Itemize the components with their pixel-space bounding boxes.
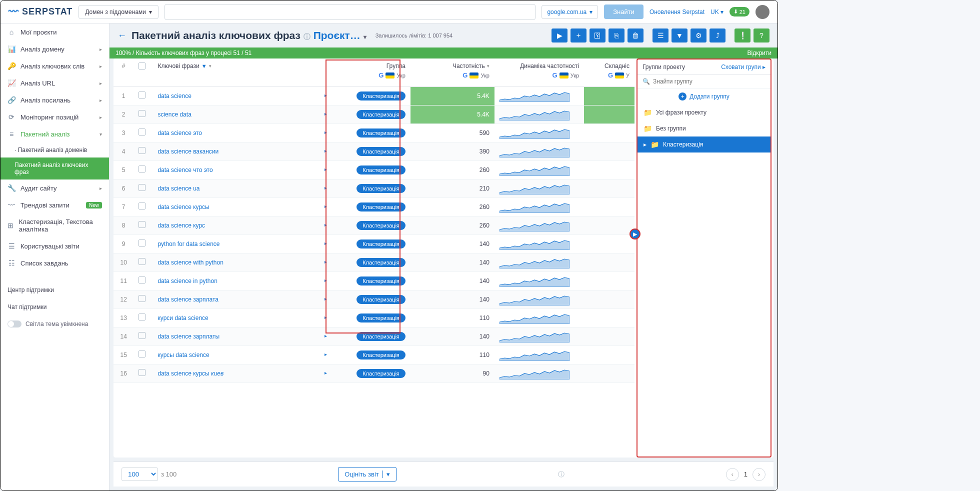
- filter-button[interactable]: ▼: [672, 28, 688, 42]
- sidebar-item[interactable]: ⌂Мої проєкти: [0, 24, 109, 40]
- expand-icon[interactable]: ▸: [324, 92, 327, 98]
- support-center-link[interactable]: Центр підтримки: [0, 282, 109, 298]
- row-checkbox[interactable]: [138, 166, 146, 172]
- group-pill[interactable]: Кластеризація: [356, 92, 406, 100]
- search-engine-select[interactable]: google.com.ua ▾: [542, 5, 598, 19]
- col-difficulty[interactable]: Складніс G У: [584, 58, 634, 86]
- filter-icon[interactable]: ▼: [202, 63, 207, 69]
- keyword-cell[interactable]: science data▸: [152, 105, 332, 124]
- row-checkbox[interactable]: [138, 92, 146, 98]
- expand-icon[interactable]: ▸: [324, 222, 327, 228]
- row-checkbox[interactable]: [138, 184, 146, 191]
- expand-icon[interactable]: ▸: [324, 314, 327, 320]
- keyword-cell[interactable]: data science курсы киев▸: [152, 364, 332, 382]
- add-group-button[interactable]: + Додати группу: [638, 88, 770, 104]
- group-item[interactable]: 📁Усі фрази проекту: [638, 104, 770, 120]
- prev-page-button[interactable]: ‹: [726, 468, 739, 481]
- expand-icon[interactable]: ▸: [324, 185, 327, 190]
- group-search[interactable]: 🔍: [638, 75, 770, 88]
- row-checkbox[interactable]: [138, 110, 146, 117]
- row-checkbox[interactable]: [138, 276, 146, 284]
- group-pill[interactable]: Кластеризація: [356, 369, 406, 378]
- sidebar-item[interactable]: 🔑Аналіз ключових слів▸: [0, 58, 109, 74]
- group-pill[interactable]: Кластеризація: [356, 332, 406, 341]
- col-frequency[interactable]: Частотність ▾ G Укр: [410, 58, 494, 86]
- search-type-select[interactable]: Домен з піддоменами ▾: [78, 5, 158, 19]
- support-chat-link[interactable]: Чат підтримки: [0, 298, 109, 316]
- group-search-input[interactable]: [653, 78, 766, 85]
- group-pill[interactable]: Кластеризація: [356, 240, 406, 248]
- sidebar-item[interactable]: 〰Трендові запитиNew: [0, 196, 109, 214]
- group-pill[interactable]: Кластеризація: [356, 128, 406, 138]
- select-all-checkbox[interactable]: [138, 62, 146, 70]
- group-pill[interactable]: Кластеризація: [356, 110, 406, 119]
- expand-icon[interactable]: ▸: [324, 130, 327, 135]
- export-button[interactable]: ⤴: [710, 28, 726, 42]
- row-checkbox[interactable]: [138, 295, 146, 302]
- keyword-cell[interactable]: data science вакансии▸: [152, 142, 332, 160]
- expand-icon[interactable]: ▸: [324, 240, 327, 246]
- expand-icon[interactable]: ▸: [324, 204, 327, 209]
- keyword-cell[interactable]: data science with python▸: [152, 253, 332, 272]
- keyword-cell[interactable]: data science курс▸: [152, 216, 332, 234]
- sidebar-item[interactable]: 📈Аналіз URL▸: [0, 74, 109, 92]
- keyword-cell[interactable]: python for data science▸: [152, 234, 332, 253]
- group-pill[interactable]: Кластеризація: [356, 276, 406, 286]
- delete-button[interactable]: 🗑: [628, 28, 644, 42]
- download-badge[interactable]: ⬇ 21: [730, 7, 750, 16]
- sidebar-sub-item[interactable]: · Пакетний аналіз доменів: [14, 142, 109, 158]
- info-icon[interactable]: ⓘ: [558, 470, 564, 479]
- keyword-cell[interactable]: data science это▸: [152, 124, 332, 142]
- language-select[interactable]: UK ▾: [710, 8, 724, 16]
- back-arrow-icon[interactable]: ←: [118, 30, 126, 41]
- group-pill[interactable]: Кластеризація: [356, 166, 406, 174]
- row-checkbox[interactable]: [138, 202, 146, 210]
- keyword-cell[interactable]: data science курсы▸: [152, 198, 332, 216]
- expand-icon[interactable]: ▸: [324, 259, 327, 264]
- keyword-cell[interactable]: data science▸: [152, 86, 332, 105]
- expand-icon[interactable]: ▸: [324, 296, 327, 302]
- expand-icon[interactable]: ▸: [324, 333, 327, 338]
- row-checkbox[interactable]: [138, 221, 146, 228]
- group-item[interactable]: 📁Без группи: [638, 120, 770, 136]
- open-link[interactable]: Відкрити: [748, 50, 772, 56]
- sidebar-item[interactable]: ☷Список завдань: [0, 254, 109, 272]
- group-pill[interactable]: Кластеризація: [356, 314, 406, 322]
- expand-icon[interactable]: ▸: [324, 278, 327, 283]
- keyword-cell[interactable]: data science in python▸: [152, 272, 332, 290]
- sort-icon[interactable]: ▾: [487, 64, 490, 68]
- col-group[interactable]: Группа G Укр: [332, 58, 410, 86]
- sidebar-item[interactable]: ⊞Кластеризація, Текстова аналітика: [0, 214, 109, 238]
- group-pill[interactable]: Кластеризація: [356, 221, 406, 230]
- chevron-down-icon[interactable]: ▾: [364, 34, 366, 40]
- expand-icon[interactable]: ▸: [324, 166, 327, 172]
- play-button[interactable]: ▶: [552, 28, 568, 42]
- theme-toggle[interactable]: Світла тема увімкнена: [0, 316, 109, 332]
- row-checkbox[interactable]: [138, 258, 146, 265]
- next-page-button[interactable]: ›: [752, 468, 766, 481]
- settings-button[interactable]: ⚙: [690, 28, 706, 42]
- page-size-select[interactable]: 100: [122, 468, 158, 481]
- search-button[interactable]: Знайти: [604, 4, 644, 19]
- group-item[interactable]: ▸📁Кластеризація: [638, 136, 770, 152]
- sidebar-item[interactable]: 🔗Аналіз посилань▸: [0, 92, 109, 108]
- updates-link[interactable]: Оновлення Serpstat: [650, 8, 704, 16]
- info-icon[interactable]: ⓘ: [304, 32, 310, 40]
- expand-icon[interactable]: ▸: [324, 370, 327, 376]
- key-button[interactable]: ⚿: [590, 28, 606, 42]
- keyword-cell[interactable]: data science ua▸: [152, 179, 332, 198]
- expand-icon[interactable]: ▸: [324, 352, 327, 357]
- logo[interactable]: 〰 SERPSTAT: [8, 6, 72, 18]
- rate-report-button[interactable]: Оцініть звіт ▾: [338, 467, 396, 482]
- row-checkbox[interactable]: [138, 369, 146, 376]
- keyword-cell[interactable]: data science зарплата▸: [152, 290, 332, 308]
- sidebar-item[interactable]: ≡Пакетний аналіз▾: [0, 126, 109, 142]
- group-pill[interactable]: Кластеризація: [356, 258, 406, 267]
- project-name[interactable]: Проєкт…: [314, 30, 360, 41]
- toggle-switch[interactable]: [8, 320, 22, 328]
- sidebar-item[interactable]: ⟳Моніторинг позицій▸: [0, 108, 109, 126]
- search-input[interactable]: [164, 4, 536, 20]
- row-checkbox[interactable]: [138, 128, 146, 136]
- copy-button[interactable]: ⎘: [608, 28, 624, 42]
- keyword-cell[interactable]: data science что это▸: [152, 160, 332, 179]
